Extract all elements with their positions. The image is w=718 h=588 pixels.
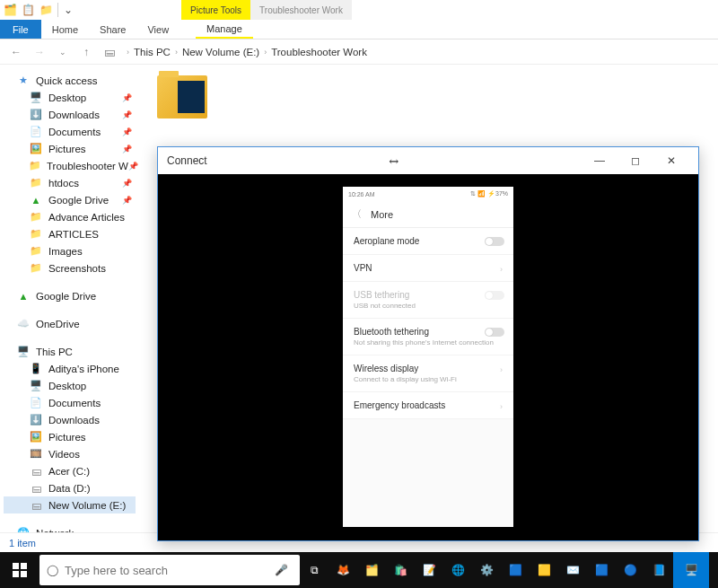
connect-title-text: Connect <box>167 154 207 167</box>
connect-titlebar[interactable]: Connect ⤢ — ◻ ✕ <box>158 147 698 174</box>
chevron-right-icon: › <box>500 265 503 274</box>
phone-row-label: USB tethering <box>354 290 503 300</box>
app-icon[interactable]: 🟦 <box>501 552 530 588</box>
mic-icon[interactable]: 🎤 <box>275 564 293 576</box>
breadcrumb-folder[interactable]: Troubleshooter Work <box>271 47 367 57</box>
sidebar-item-drive-c[interactable]: 🖴Acer (C:) <box>4 462 136 479</box>
maximize-button[interactable]: ◻ <box>617 147 653 174</box>
sidebar-item-images[interactable]: 📁Images <box>4 242 136 259</box>
phone-row-vpn[interactable]: VPN › <box>343 255 513 282</box>
firefox-icon[interactable]: 🦊 <box>328 552 357 588</box>
sidebar-item-drive-d[interactable]: 🖴Data (D:) <box>4 479 136 496</box>
expand-icon[interactable]: ⤢ <box>379 145 410 177</box>
breadcrumb-volume[interactable]: New Volume (E:) <box>182 47 259 57</box>
phone-statusbar: 10:26 AM ⇅ 📶 ⚡37% <box>343 187 513 201</box>
pin-icon: 📌 <box>122 145 132 154</box>
qat-newfolder-icon[interactable]: 📁 <box>38 2 54 18</box>
sidebar-item-pictures[interactable]: 🖼️Pictures📌 <box>4 140 136 157</box>
sidebar-item-quick-access[interactable]: ★Quick access <box>4 72 136 89</box>
sticky-notes-icon[interactable]: 🟨 <box>530 552 558 588</box>
sidebar-item-pc-pictures[interactable]: 🖼️Pictures <box>4 428 136 445</box>
edge-icon[interactable]: 🌐 <box>443 552 472 588</box>
svg-rect-2 <box>13 571 19 577</box>
svg-rect-1 <box>21 563 27 569</box>
nav-recent-icon[interactable]: ⌄ <box>54 43 72 61</box>
sidebar-item-label: Google Drive <box>48 195 109 206</box>
toggle-icon[interactable] <box>485 328 504 337</box>
sidebar-item-thispc[interactable]: 🖥️This PC <box>4 343 136 360</box>
nav-back-icon[interactable]: ← <box>7 43 25 61</box>
nav-pane: ★Quick access 🖥️Desktop📌 ⬇️Downloads📌 📄D… <box>0 65 139 549</box>
start-button[interactable] <box>0 552 39 588</box>
chevron-right-icon: › <box>264 48 267 57</box>
videos-icon: 🎞️ <box>29 447 43 461</box>
sidebar-item-google-drive[interactable]: ▲Google Drive📌 <box>4 191 136 208</box>
downloads-icon: ⬇️ <box>29 413 43 427</box>
tab-view[interactable]: View <box>136 20 180 39</box>
sidebar-item-documents[interactable]: 📄Documents📌 <box>4 123 136 140</box>
taskbar: ◯ 🎤 ⧉ 🦊 🗂️ 🛍️ 📝 🌐 ⚙️ 🟦 🟨 ✉️ 🟦 🔵 📘 🖥️ <box>0 552 718 588</box>
minimize-button[interactable]: — <box>582 147 617 174</box>
back-icon[interactable]: 〈 <box>352 207 362 221</box>
onedrive-icon: ☁️ <box>16 317 31 331</box>
phone-row-bt-tethering[interactable]: Bluetooth tethering Not sharing this pho… <box>343 319 513 355</box>
close-button[interactable]: ✕ <box>653 147 689 174</box>
sidebar-item-troubleshooter[interactable]: 📁Troubleshooter W📌 <box>4 157 136 174</box>
mail-icon[interactable]: ✉️ <box>558 552 587 588</box>
sidebar-item-pc-videos[interactable]: 🎞️Videos <box>4 445 136 462</box>
sidebar-item-drive-e[interactable]: 🖴New Volume (E:) <box>4 496 136 513</box>
pictures-icon: 🖼️ <box>29 430 43 444</box>
nav-up-icon[interactable]: ↑ <box>77 43 95 61</box>
sidebar-item-pc-downloads[interactable]: ⬇️Downloads <box>4 411 136 428</box>
taskbar-search[interactable]: ◯ 🎤 <box>39 555 300 585</box>
explorer-icon[interactable]: 🗂️ <box>2 2 18 18</box>
sidebar-item-google-drive-root[interactable]: ▲Google Drive <box>4 287 136 304</box>
word-icon[interactable]: 📘 <box>644 552 673 588</box>
chrome-icon[interactable]: 🔵 <box>616 552 644 588</box>
drive-icon: 🖴 <box>101 43 118 61</box>
sidebar-item-articles[interactable]: 📁ARTICLES <box>4 225 136 242</box>
sidebar-item-htdocs[interactable]: 📁htdocs📌 <box>4 174 136 191</box>
sidebar-item-screenshots[interactable]: 📁Screenshots <box>4 259 136 276</box>
svg-rect-3 <box>21 571 27 577</box>
toggle-icon <box>485 291 504 300</box>
qat-properties-icon[interactable]: 📋 <box>20 2 36 18</box>
pin-icon: 📌 <box>122 110 132 119</box>
connect-app-icon[interactable]: 🖥️ <box>673 552 709 588</box>
tab-home[interactable]: Home <box>41 20 89 39</box>
phone-row-wireless-display[interactable]: Wireless display Connect to a display us… <box>343 355 513 392</box>
sidebar-item-pc-documents[interactable]: 📄Documents <box>4 394 136 411</box>
tab-file[interactable]: File <box>0 20 41 39</box>
sidebar-item-desktop[interactable]: 🖥️Desktop📌 <box>4 89 136 106</box>
store-icon[interactable]: 🛍️ <box>386 552 415 588</box>
phone-row-airplane[interactable]: Aeroplane mode <box>343 228 513 255</box>
phone-row-sub: Connect to a display using Wi-Fi <box>354 375 503 383</box>
notepad-icon[interactable]: 📝 <box>415 552 443 588</box>
breadcrumb[interactable]: › This PC › New Volume (E:) › Troublesho… <box>124 47 367 57</box>
sidebar-item-label: Images <box>48 246 83 257</box>
phone-row-usb-tethering: USB tethering USB not connected <box>343 282 513 319</box>
sidebar-item-label: Documents <box>48 398 101 408</box>
context-tab-picture-tools[interactable]: Picture Tools <box>181 0 250 20</box>
sidebar-item-advance-articles[interactable]: 📁Advance Articles <box>4 208 136 225</box>
tab-share[interactable]: Share <box>89 20 136 39</box>
explorer-icon[interactable]: 🗂️ <box>357 552 386 588</box>
sidebar-item-downloads[interactable]: ⬇️Downloads📌 <box>4 106 136 123</box>
sidebar-item-onedrive[interactable]: ☁️OneDrive <box>4 315 136 332</box>
tab-manage[interactable]: Manage <box>196 20 253 39</box>
sidebar-item-pc-desktop[interactable]: 🖥️Desktop <box>4 377 136 394</box>
phone-time: 10:26 AM <box>348 191 375 197</box>
pin-icon: 📌 <box>122 127 132 136</box>
settings-icon[interactable]: ⚙️ <box>472 552 501 588</box>
toggle-icon[interactable] <box>485 237 504 246</box>
sidebar-item-iphone[interactable]: 📱Aditya's iPhone <box>4 360 136 377</box>
file-item-folder[interactable] <box>146 75 218 118</box>
search-input[interactable] <box>65 564 275 577</box>
phone-row-emergency[interactable]: Emergency broadcasts › <box>343 392 513 419</box>
app-icon-2[interactable]: 🟦 <box>587 552 616 588</box>
nav-forward-icon[interactable]: → <box>31 43 48 61</box>
qat-chevron-icon[interactable]: ⌄ <box>60 2 76 18</box>
breadcrumb-thispc[interactable]: This PC <box>134 47 171 57</box>
phone-screen[interactable]: 10:26 AM ⇅ 📶 ⚡37% 〈 More Aeroplane mode … <box>343 187 513 527</box>
task-view-icon[interactable]: ⧉ <box>300 552 328 588</box>
